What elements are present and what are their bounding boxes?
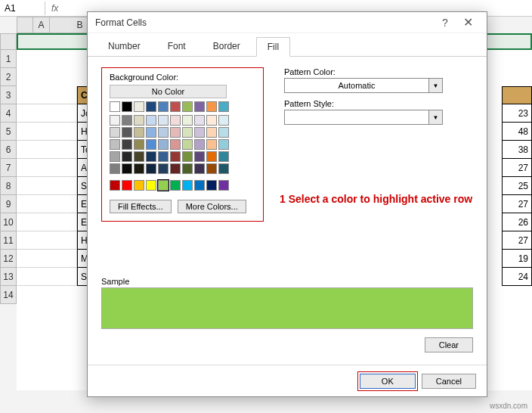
color-swatch[interactable] (134, 127, 144, 138)
help-icon[interactable]: ? (434, 17, 456, 29)
close-icon[interactable]: ✕ (456, 15, 479, 30)
color-swatch[interactable] (134, 151, 144, 162)
color-swatch[interactable] (146, 151, 156, 162)
color-swatch[interactable] (134, 101, 144, 112)
color-swatch[interactable] (182, 127, 193, 138)
row-header[interactable]: 9 (0, 195, 17, 213)
color-swatch[interactable] (110, 151, 120, 162)
color-swatch[interactable] (134, 163, 144, 174)
table-cell-num[interactable]: 25 (502, 177, 532, 195)
cancel-button[interactable]: Cancel (422, 374, 476, 389)
color-swatch[interactable] (122, 180, 132, 191)
color-swatch[interactable] (194, 101, 205, 112)
color-swatch[interactable] (110, 115, 120, 126)
color-swatch[interactable] (134, 180, 144, 191)
name-box[interactable]: A1 (0, 2, 45, 15)
fill-effects-button[interactable]: Fill Effects... (110, 200, 172, 213)
row-header[interactable]: 12 (0, 250, 17, 268)
ok-button[interactable]: OK (360, 374, 416, 389)
table-cell-num[interactable]: 27 (502, 159, 532, 177)
table-cell-num[interactable]: 26 (502, 213, 532, 231)
color-swatch[interactable] (146, 163, 156, 174)
color-swatch[interactable] (194, 127, 205, 138)
table-cell-num[interactable]: 38 (502, 141, 532, 159)
row-header[interactable]: 1 (0, 50, 17, 68)
chevron-down-icon[interactable]: ▼ (429, 78, 443, 93)
color-swatch[interactable] (182, 115, 193, 126)
row-header[interactable]: 2 (0, 68, 17, 86)
table-cell-num[interactable]: 27 (502, 231, 532, 250)
row-header[interactable]: 10 (0, 213, 17, 231)
row-header[interactable]: 6 (0, 141, 17, 159)
tab-number[interactable]: Number (97, 36, 152, 56)
color-swatch[interactable] (206, 101, 217, 112)
color-swatch[interactable] (158, 151, 169, 162)
color-swatch[interactable] (194, 151, 205, 162)
color-swatch[interactable] (146, 139, 156, 150)
color-swatch[interactable] (206, 127, 217, 138)
color-swatch[interactable] (146, 115, 156, 126)
color-swatch[interactable] (110, 127, 120, 138)
color-swatch[interactable] (182, 101, 193, 112)
more-colors-button[interactable]: More Colors... (178, 200, 246, 213)
color-swatch[interactable] (122, 115, 132, 126)
clear-button[interactable]: Clear (425, 337, 473, 352)
table-cell-num[interactable]: 48 (502, 123, 532, 141)
row-header[interactable]: 14 (0, 286, 17, 304)
tab-fill[interactable]: Fill (256, 37, 290, 57)
table-cell-num[interactable]: 24 (502, 268, 532, 286)
pattern-color-combo[interactable]: Automatic ▼ (284, 78, 443, 93)
color-swatch[interactable] (110, 101, 120, 112)
no-color-button[interactable]: No Color (110, 85, 227, 98)
color-swatch[interactable] (182, 151, 193, 162)
color-swatch[interactable] (110, 139, 120, 150)
color-swatch[interactable] (194, 115, 205, 126)
color-swatch[interactable] (170, 115, 181, 126)
row-header[interactable]: 5 (0, 123, 17, 141)
color-swatch[interactable] (110, 163, 120, 174)
color-swatch[interactable] (170, 127, 181, 138)
color-swatch[interactable] (182, 180, 193, 191)
color-swatch[interactable] (218, 139, 229, 150)
color-swatch[interactable] (158, 163, 169, 174)
color-swatch[interactable] (194, 163, 205, 174)
chevron-down-icon[interactable]: ▼ (429, 110, 443, 125)
color-swatch[interactable] (194, 139, 205, 150)
color-swatch[interactable] (170, 151, 181, 162)
color-swatch[interactable] (206, 163, 217, 174)
fx-icon[interactable]: fx (45, 3, 64, 14)
row-header[interactable]: 8 (0, 177, 17, 195)
col-header-a[interactable]: A (33, 17, 50, 33)
color-swatch[interactable] (158, 115, 169, 126)
color-swatch[interactable] (194, 180, 205, 191)
color-swatch[interactable] (218, 163, 229, 174)
color-swatch[interactable] (146, 101, 156, 112)
tab-border[interactable]: Border (202, 36, 252, 56)
color-swatch[interactable] (170, 101, 181, 112)
color-swatch[interactable] (122, 163, 132, 174)
color-swatch[interactable] (206, 139, 217, 150)
color-swatch[interactable] (182, 139, 193, 150)
color-swatch[interactable] (146, 127, 156, 138)
color-swatch[interactable] (218, 115, 229, 126)
color-swatch[interactable] (122, 151, 132, 162)
color-swatch[interactable] (218, 180, 229, 191)
color-swatch[interactable] (218, 151, 229, 162)
color-swatch[interactable] (206, 180, 217, 191)
row-header[interactable]: 13 (0, 268, 17, 286)
table-cell-num[interactable]: 27 (502, 195, 532, 213)
table-cell-num[interactable]: 19 (502, 250, 532, 268)
color-swatch[interactable] (110, 180, 120, 191)
select-all-triangle[interactable] (17, 17, 33, 33)
color-swatch[interactable] (122, 127, 132, 138)
color-swatch-selected[interactable] (158, 180, 169, 191)
color-swatch[interactable] (182, 163, 193, 174)
color-swatch[interactable] (134, 115, 144, 126)
row-header[interactable]: 7 (0, 159, 17, 177)
row-header[interactable]: 3 (0, 86, 17, 104)
row-header[interactable]: 11 (0, 231, 17, 250)
table-cell-num[interactable]: 23 (502, 104, 532, 123)
color-swatch[interactable] (122, 101, 132, 112)
tab-font[interactable]: Font (156, 36, 197, 56)
row-header[interactable]: 4 (0, 104, 17, 123)
